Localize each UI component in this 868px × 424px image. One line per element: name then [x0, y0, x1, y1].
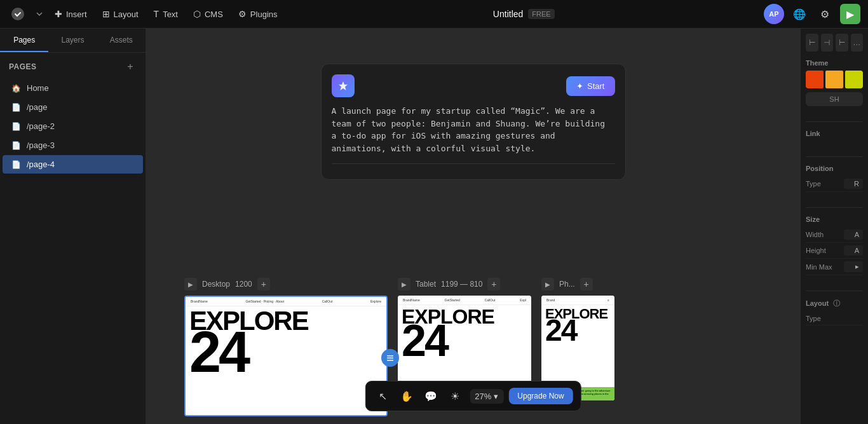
size-section: Size Width A Height A Min Max ▸ [806, 215, 863, 275]
desktop-add-button[interactable]: + [257, 278, 270, 291]
phone-add-button[interactable]: + [580, 278, 593, 291]
layout-info-icon: ⓘ [833, 299, 840, 307]
sh-button[interactable]: SH [806, 92, 863, 106]
list-icon[interactable] [381, 349, 399, 367]
width-row: Width A [806, 227, 863, 243]
phone-label: Ph... [559, 280, 575, 289]
tab-pages[interactable]: Pages [0, 29, 48, 52]
pages-list: 🏠 Home 📄 /page 📄 /page-2 📄 /page-3 📄 /pa… [0, 78, 146, 424]
phone-frame-header: ▶ Ph... + [541, 278, 614, 291]
desktop-nav: BrandName GetStarted · Pricing · About C… [186, 297, 386, 306]
page-icon-1: 📄 [11, 103, 22, 112]
height-value[interactable]: A [844, 245, 863, 256]
comment-tool-button[interactable]: 💬 [421, 386, 440, 406]
link-label: Link [806, 130, 863, 137]
theme-color-3 [845, 71, 863, 88]
page-item-page4[interactable]: 📄 /page-4 [3, 155, 143, 174]
tablet-add-button[interactable]: + [487, 278, 500, 291]
hand-tool-button[interactable]: ✋ [397, 386, 416, 406]
sun-tool-button[interactable]: ☀ [445, 386, 465, 406]
desktop-content: EXPLORE 24 [186, 306, 386, 415]
preview-play-button[interactable]: ▶ [840, 4, 860, 24]
svg-rect-3 [387, 360, 393, 361]
page-item-page[interactable]: 📄 /page [3, 98, 143, 116]
min-max-label: Min Max [806, 263, 832, 271]
phone-play-button[interactable]: ▶ [541, 278, 554, 291]
cms-button[interactable]: ⬡ CMS [187, 5, 229, 23]
select-tool-button[interactable]: ↖ [373, 386, 392, 406]
phone-number: 24 [545, 318, 576, 344]
plugins-button[interactable]: ⚙ Plugins [232, 5, 284, 23]
align-more-button[interactable]: … [851, 34, 864, 51]
ai-modal-footer [332, 163, 615, 169]
top-toolbar: ✚ Insert ⊞ Layout T Text ⬡ CMS ⚙ Plugins… [0, 0, 868, 29]
min-max-row: Min Max ▸ [806, 259, 863, 275]
tab-assets[interactable]: Assets [97, 29, 146, 52]
zoom-chevron: ▾ [494, 392, 498, 401]
tablet-label: Tablet [416, 280, 436, 289]
svg-point-0 [11, 8, 24, 20]
align-right-button[interactable]: ⊢ [836, 34, 848, 51]
toolbar-right: AP 🌐 ⚙ ▶ [764, 4, 860, 24]
add-page-button[interactable]: + [124, 60, 137, 73]
bottom-toolbar: ↖ ✋ 💬 ☀ 27% ▾ Upgrade Now [365, 381, 581, 411]
page-item-home[interactable]: 🏠 Home [3, 79, 143, 97]
position-type-value[interactable]: R [844, 179, 863, 189]
page-icon-3: 📄 [11, 141, 22, 150]
page-item-page2[interactable]: 📄 /page-2 [3, 117, 143, 135]
avatar[interactable]: AP [764, 4, 784, 24]
page-title: Untitled [493, 9, 523, 19]
divider-1 [806, 121, 863, 122]
height-row: Height A [806, 243, 863, 259]
position-type-label: Type [806, 180, 821, 188]
pages-section-title: Pages [9, 62, 37, 71]
upgrade-button[interactable]: Upgrade Now [508, 388, 573, 404]
desktop-play-button[interactable]: ▶ [184, 278, 197, 291]
position-label: Position [806, 165, 863, 172]
layout-type-row: Type [806, 312, 863, 325]
width-label: Width [806, 231, 824, 238]
desktop-frame-header: ▶ Desktop 1200 + [184, 278, 388, 291]
theme-section: Theme SH [806, 59, 863, 106]
align-center-button[interactable]: ⊣ [821, 34, 834, 51]
layout-section-title: Layout ⓘ [806, 299, 863, 308]
divider-3 [806, 207, 863, 208]
zoom-control[interactable]: 27% ▾ [470, 389, 503, 404]
ai-modal-header: ✦ Start [332, 74, 615, 97]
tab-layers[interactable]: Layers [48, 29, 97, 52]
divider-2 [806, 156, 863, 157]
svg-rect-2 [387, 358, 393, 359]
tablet-play-button[interactable]: ▶ [398, 278, 410, 291]
sidebar-tabs: Pages Layers Assets [0, 29, 146, 53]
size-label: Size [806, 215, 863, 223]
theme-label: Theme [806, 59, 863, 67]
canvas-area[interactable]: ✦ Start A launch page for my startup cal… [146, 29, 800, 424]
zoom-value: 27% [475, 392, 491, 401]
theme-color-1 [806, 71, 824, 88]
layout-button[interactable]: ⊞ Layout [96, 5, 145, 23]
ai-start-button[interactable]: ✦ Start [566, 76, 614, 96]
layout-icon: ⊞ [102, 9, 110, 19]
logo-icon[interactable] [8, 4, 28, 24]
text-button[interactable]: T Text [147, 5, 184, 23]
desktop-frame-container: ▶ Desktop 1200 + BrandName GetStarted · … [184, 278, 388, 416]
ai-prompt-input[interactable]: A launch page for my startup called “Mag… [332, 105, 615, 156]
insert-button[interactable]: ✚ Insert [48, 5, 93, 23]
plugins-icon: ⚙ [238, 9, 247, 19]
globe-icon[interactable]: 🌐 [789, 4, 810, 24]
tablet-frame-header: ▶ Tablet 1199 — 810 + [398, 278, 531, 291]
position-section: Position Type R [806, 165, 863, 192]
min-max-value[interactable]: ▸ [844, 261, 863, 272]
desktop-frame-preview[interactable]: BrandName GetStarted · Pricing · About C… [184, 296, 388, 416]
height-label: Height [806, 247, 826, 254]
desktop-label: Desktop [202, 280, 230, 289]
align-left-button[interactable]: ⊢ [806, 34, 818, 51]
layout-section: Layout ⓘ Type [806, 299, 863, 325]
tablet-nav: BrandName GetStarted CallOut Expl [398, 296, 531, 305]
settings-icon[interactable]: ⚙ [815, 4, 835, 24]
width-value[interactable]: A [844, 229, 863, 240]
text-icon: T [154, 9, 159, 19]
page-item-page3[interactable]: 📄 /page-3 [3, 136, 143, 154]
theme-colors[interactable] [806, 71, 863, 88]
plus-icon: ✚ [55, 9, 62, 19]
